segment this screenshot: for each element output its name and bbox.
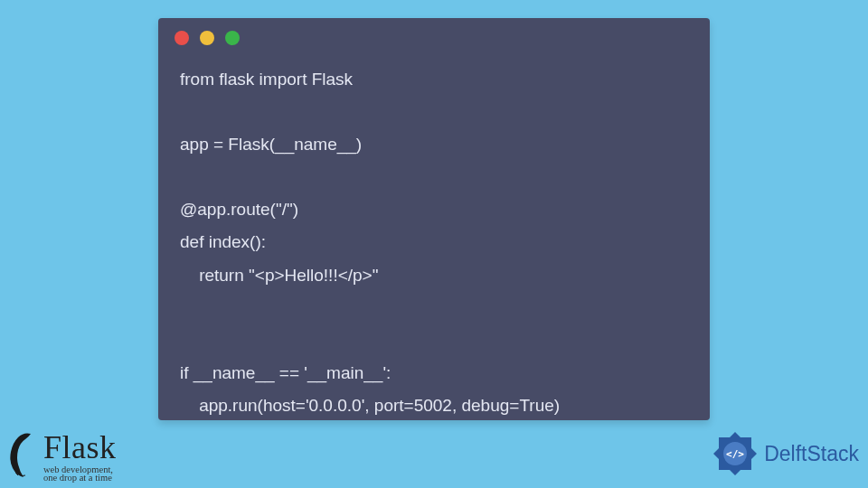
minimize-icon [200, 31, 214, 45]
delftstack-logo: </> DelftStack [712, 430, 859, 477]
flask-horn-icon [5, 430, 38, 481]
delftstack-icon: </> [712, 430, 759, 477]
flask-logo: Flask web development, one drop at a tim… [5, 428, 117, 483]
svg-text:</>: </> [726, 448, 744, 460]
window-titlebar [158, 18, 710, 51]
maximize-icon [225, 31, 240, 45]
code-window: from flask import Flask app = Flask(__na… [158, 18, 710, 420]
flask-subtitle-2: one drop at a time [43, 473, 117, 483]
code-content: from flask import Flask app = Flask(__na… [158, 51, 710, 435]
flask-title: Flask [43, 428, 117, 466]
close-icon [175, 31, 189, 45]
delftstack-text: DelftStack [764, 442, 859, 466]
flask-text-block: Flask web development, one drop at a tim… [43, 428, 117, 483]
